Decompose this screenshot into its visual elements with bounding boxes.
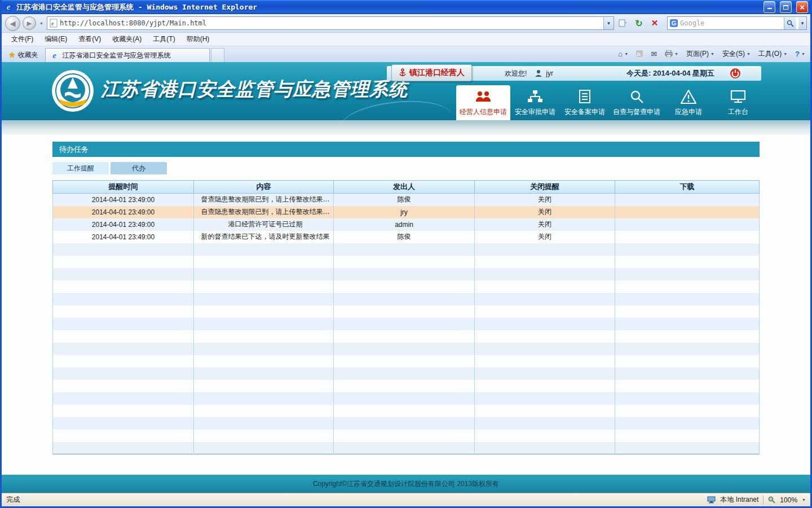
nav-workbench[interactable]: 工作台 xyxy=(713,85,763,120)
empty-cell xyxy=(615,355,760,367)
new-tab-button[interactable] xyxy=(211,48,224,62)
nav-safety-approval[interactable]: 安全审批申请 xyxy=(510,85,560,120)
home-button[interactable]: ⌂▼ xyxy=(615,49,631,59)
menu-favorites[interactable]: 收藏夹(A) xyxy=(107,33,147,46)
tab-work-reminder[interactable]: 工作提醒 xyxy=(52,162,109,174)
empty-row xyxy=(53,256,760,268)
mail-icon: ✉ xyxy=(651,50,657,58)
status-text: 完成 xyxy=(6,495,20,505)
compatibility-view-button[interactable] xyxy=(616,16,630,30)
empty-cell xyxy=(194,330,334,343)
empty-cell xyxy=(194,305,334,318)
address-input[interactable]: e http://localhost:8080/yjpt/Main.html ▼ xyxy=(47,16,614,30)
zoom-magnifier-icon[interactable] xyxy=(768,496,775,503)
browser-tab[interactable]: e 江苏省港口安全监管与应急管理系统 xyxy=(45,48,210,62)
empty-cell xyxy=(334,392,475,405)
main-content: 待办任务 工作提醒 代办 提醒时间 内容 发出人 关闭提醒 下载 2014-04… xyxy=(2,135,810,475)
stop-button[interactable]: ✕ xyxy=(648,16,661,30)
google-logo-icon: G xyxy=(670,19,678,27)
close-reminder-link[interactable]: 关闭 xyxy=(475,194,615,206)
close-reminder-link[interactable]: 关闭 xyxy=(475,218,615,231)
favorites-label: 收藏夹 xyxy=(18,50,38,60)
empty-cell xyxy=(53,330,194,343)
empty-cell xyxy=(194,318,334,330)
print-dropdown-icon: ▼ xyxy=(674,52,678,56)
favorites-button[interactable]: ★ 收藏夹 xyxy=(4,48,43,62)
empty-cell xyxy=(53,367,194,380)
empty-cell xyxy=(475,330,615,343)
feeds-button[interactable] xyxy=(633,49,646,58)
empty-row xyxy=(53,367,760,380)
minimize-button[interactable] xyxy=(764,1,775,13)
empty-cell xyxy=(53,318,194,330)
empty-cell xyxy=(194,256,334,268)
table-cell: 自查隐患整改期限已到，请上传整改结果… xyxy=(194,206,334,218)
tools-menu-button[interactable]: 工具(O)▼ xyxy=(756,48,790,60)
print-button[interactable]: ▼ xyxy=(662,49,681,58)
search-input[interactable]: G Google ▼ xyxy=(667,16,807,30)
empty-cell xyxy=(615,343,760,355)
menu-help[interactable]: 帮助(H) xyxy=(182,33,215,46)
page-menu-button[interactable]: 页面(P)▼ xyxy=(683,48,717,60)
search-options-dropdown[interactable]: ▼ xyxy=(798,17,806,29)
col-sender: 发出人 xyxy=(334,181,475,194)
menu-file[interactable]: 文件(F) xyxy=(6,33,38,46)
table-cell: 陈俊 xyxy=(334,194,475,206)
tab-todo[interactable]: 代办 xyxy=(111,162,167,174)
help-menu-button[interactable]: ?▼ xyxy=(792,49,808,59)
forward-button[interactable]: ▶ xyxy=(23,16,36,30)
table-cell: 督查隐患整改期限已到，请上传整改结果… xyxy=(194,194,334,206)
help-dropdown-icon: ▼ xyxy=(801,52,805,56)
search-button[interactable] xyxy=(784,17,796,29)
nav-label: 自查与督查申请 xyxy=(613,107,660,117)
page-footer: Copyright©江苏省交通规划设计院股份有限公司 2013版权所有 xyxy=(2,475,810,493)
back-button[interactable]: ◀ xyxy=(5,16,20,31)
empty-row xyxy=(53,330,760,343)
empty-cell xyxy=(334,442,475,454)
address-dropdown[interactable]: ▼ xyxy=(603,17,614,29)
tools-menu-label: 工具(O) xyxy=(758,49,782,59)
nav-operator-info[interactable]: 经营人信息申请 xyxy=(456,85,510,120)
window-title: 江苏省港口安全监管与应急管理系统 - Windows Internet Expl… xyxy=(16,2,759,12)
menu-edit[interactable]: 编辑(E) xyxy=(39,33,72,46)
zoom-level[interactable]: 100% xyxy=(780,496,797,504)
read-mail-button[interactable]: ✉ xyxy=(648,49,660,59)
empty-cell xyxy=(194,243,334,256)
table-cell: 2014-04-01 23:49:00 xyxy=(53,206,194,218)
document-icon xyxy=(578,89,592,104)
table-cell xyxy=(615,206,760,218)
monitor-icon xyxy=(730,89,746,104)
rss-icon xyxy=(636,50,643,57)
people-icon xyxy=(475,89,492,104)
nav-emergency[interactable]: 应急申请 xyxy=(664,85,713,120)
empty-cell xyxy=(194,281,334,293)
table-cell: 2014-04-01 23:49:00 xyxy=(53,194,194,206)
close-reminder-link[interactable]: 关闭 xyxy=(475,231,615,243)
empty-cell xyxy=(53,392,194,405)
safety-menu-button[interactable]: 安全(S)▼ xyxy=(720,48,753,60)
status-bar: 完成 本地 Intranet 100% ▼ xyxy=(2,493,810,506)
zoom-dropdown-icon[interactable]: ▼ xyxy=(802,498,806,502)
maximize-button[interactable] xyxy=(780,1,792,13)
nav-label: 安全审批申请 xyxy=(515,107,555,117)
nav-self-inspection[interactable]: 自查与督查申请 xyxy=(610,85,664,120)
empty-cell xyxy=(334,256,475,268)
empty-cell xyxy=(53,281,194,293)
refresh-button[interactable]: ↻ xyxy=(632,16,646,30)
empty-row xyxy=(53,243,760,256)
empty-cell xyxy=(475,305,615,318)
close-reminder-link[interactable]: 关闭 xyxy=(475,206,615,218)
search-provider-text: Google xyxy=(680,19,782,27)
maximize-icon xyxy=(783,5,788,10)
empty-cell xyxy=(475,380,615,392)
empty-row xyxy=(53,417,760,430)
menu-view[interactable]: 查看(V) xyxy=(73,33,106,46)
history-dropdown[interactable]: ▼ xyxy=(38,21,45,25)
nav-safety-filing[interactable]: 安全备案申请 xyxy=(560,85,610,120)
empty-cell xyxy=(334,243,475,256)
close-button[interactable]: × xyxy=(796,1,808,13)
logout-button[interactable] xyxy=(730,68,741,79)
col-download: 下载 xyxy=(615,181,760,194)
menu-tools[interactable]: 工具(T) xyxy=(148,33,180,46)
warning-triangle-icon xyxy=(681,89,696,104)
